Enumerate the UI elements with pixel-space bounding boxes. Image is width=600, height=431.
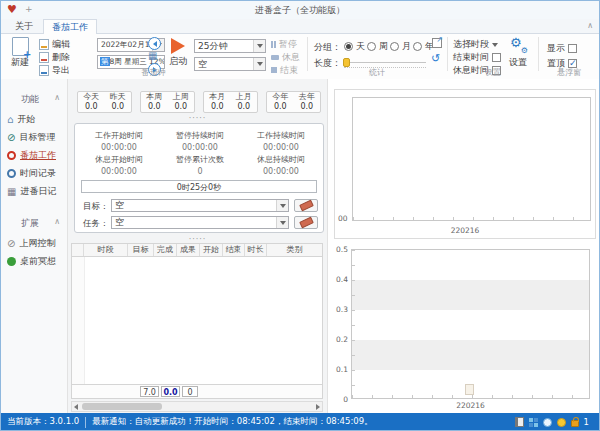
histogram-xtick: 220216 [351,401,590,410]
grouping-label: 分组： [314,41,341,54]
ytick-0: 0 [334,395,348,404]
timeline-chart: 00 220216 [334,89,596,239]
end-time-checkbox-icon [492,53,501,62]
col-header-result[interactable]: 成果 [177,244,200,256]
app-window: ♥ + 进番盒子（全功能版） 关于 番茄工作 ∧ + 新建 编辑 删除 导出 2… [0,0,600,431]
col-header-duration[interactable]: 时长 [245,244,267,256]
stat-week[interactable]: 本周上周 0.00.0 [140,91,195,113]
collapse-functions-icon[interactable]: ∧ [54,93,60,106]
notebook-icon[interactable] [515,417,524,427]
ytick-01: 0.1 [334,365,348,374]
group-label-settings: 设置 [448,68,538,78]
table-footer: 7.0 0.0 0 [71,385,323,399]
col-header-done[interactable]: 完成 [154,244,177,256]
prev-day-button[interactable] [148,37,161,50]
collapse-extensions-icon[interactable]: ∧ [54,217,60,230]
goal-clear-button[interactable] [294,199,318,212]
delete-button[interactable]: 删除 [39,51,70,63]
lock-icon[interactable] [571,420,579,427]
play-icon [171,38,185,54]
timeline-ytick: 00 [338,214,348,223]
smiley-icon[interactable] [557,418,566,427]
notice-text: 最新通知：自动更新成功！开始时间：08:45:02，结束时间：08:45:09。 [92,416,372,428]
select-period-arrow-icon [492,43,498,47]
edit-button[interactable]: 编辑 [39,38,70,50]
refresh-icon[interactable]: ↺ [431,53,440,64]
radio-week[interactable]: 周 [367,40,388,52]
settings-button[interactable]: ⚙ ⚙ 设置 [504,37,532,69]
footer-total-3: 0 [182,386,198,397]
pause-icon [271,41,276,48]
sidebar-item-diary[interactable]: ▦ 进番日记 [7,185,56,198]
radio-month[interactable]: 月 [390,40,411,52]
new-button[interactable]: + 新建 [5,37,35,69]
new-document-icon: + [12,37,29,56]
quick-access-customize-icon[interactable]: + [25,4,33,14]
col-header-start[interactable]: 开始 [200,244,223,256]
table-body[interactable] [71,257,323,385]
radio-day[interactable]: 天 [344,40,365,52]
tab-about[interactable]: 关于 [7,19,41,34]
status-icons: 1 [515,417,589,427]
ytick-02: 0.2 [334,335,348,344]
sidebar-item-pomodoro-work[interactable]: 番茄工作 [7,149,56,162]
stat-today-yesterday[interactable]: 今天昨天 0.00.0 [77,91,132,113]
splitter-top[interactable]: ····· [68,116,327,122]
field-pause-count: 暂停累计次数0 [158,154,242,176]
sidebar-item-internet-control[interactable]: ⊘ 上网控制 [7,237,55,250]
sidebar-section-extensions: 扩展 ∧ [1,217,68,230]
group-label-pomodoro: 番茄钟 [1,68,306,78]
group-label-stats: 统计 [308,68,446,78]
duration-select[interactable]: 25分钟 [194,39,266,53]
float-show-checkbox[interactable]: 显示 [547,42,577,54]
float-topmost-checkbox-icon [568,59,577,68]
calendar-icon[interactable]: ▦ [148,50,157,61]
windows-icon[interactable] [529,418,538,427]
goal-dropdown-icon [276,200,288,211]
bulb-icon[interactable] [543,418,552,427]
rest-button[interactable]: 休息 [271,51,300,63]
radio-year[interactable]: 年 [413,40,434,52]
diary-icon: ▦ [7,186,16,197]
length-slider-track[interactable] [344,62,426,63]
sidebar-item-time-record[interactable]: 时间记录 [7,167,56,180]
time-record-icon [7,169,16,178]
scroll-right-icon[interactable] [316,404,320,410]
col-header-end[interactable]: 结束 [223,244,245,256]
select-period-dropdown[interactable]: 选择时段 [453,38,498,50]
col-header-period[interactable]: 时段 [84,244,128,256]
col-header-category[interactable]: 类别 [267,244,322,256]
horizontal-scrollbar[interactable] [71,401,323,412]
scroll-left-icon[interactable] [74,404,78,410]
field-work-start: 工作开始时间00:00:00 [77,130,161,152]
float-show-checkbox-icon [568,44,577,53]
length-slider-handle[interactable] [343,58,350,67]
stat-month[interactable]: 本月上月 0.00.0 [203,91,258,113]
scrollbar-thumb[interactable] [82,403,162,410]
task-clear-button[interactable] [294,216,318,229]
chart-export-icon[interactable]: ↗ [432,38,442,48]
version-text: 当前版本：3.0.1.0 [7,416,79,428]
sidebar-item-start[interactable]: ⌂ 开始 [7,113,35,126]
task-label: 任务： [83,218,109,230]
sidebar-item-goal-management[interactable]: ⊘ 目标管理 [7,131,55,144]
meditation-icon [7,257,16,266]
title-bar: ♥ + 进番盒子（全功能版） [1,1,599,19]
radio-year-icon [413,42,422,51]
end-time-checkbox[interactable]: 结束时间 [453,51,501,63]
pause-button[interactable]: 暂停 [271,38,297,50]
radio-week-icon [367,42,376,51]
stat-year[interactable]: 今年去年 0.00.0 [266,91,321,113]
gears-icon: ⚙ ⚙ [510,37,526,53]
start-button[interactable]: 启动 [165,38,191,68]
task-select[interactable]: 空 [111,216,289,229]
ribbon-collapse-icon[interactable]: ∧ [587,21,593,30]
goal-icon: ⊘ [7,132,15,143]
col-header-goal[interactable]: 目标 [128,244,154,256]
goal-select[interactable]: 空 [111,199,289,212]
home-icon: ⌂ [7,114,13,125]
radio-day-icon [344,42,353,51]
table-header-row: 时段 目标 完成 成果 开始 结束 时长 类别 [71,243,323,257]
sidebar-item-meditation[interactable]: 桌前冥想 [7,255,56,268]
histogram-plot-area [351,249,590,399]
